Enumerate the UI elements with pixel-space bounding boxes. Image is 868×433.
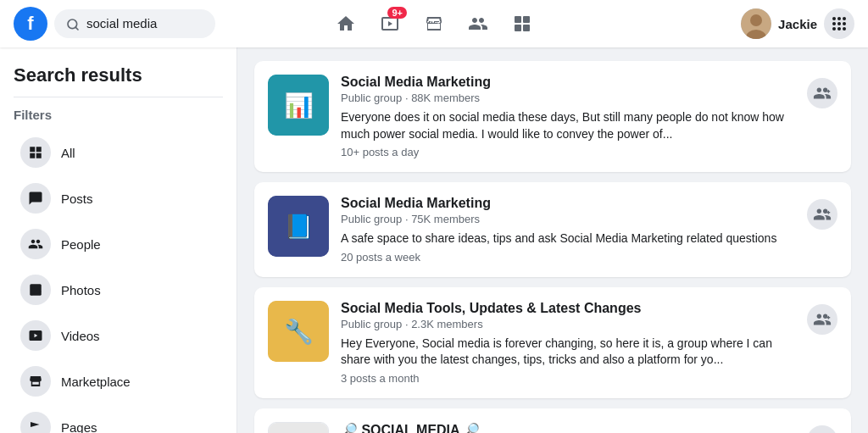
group-meta: Public group · 2.3K members <box>341 318 795 330</box>
filters-label: Filters <box>0 104 236 129</box>
svg-text:📘: 📘 <box>284 213 314 241</box>
svg-line-1 <box>75 27 78 30</box>
group-activity: 3 posts a month <box>341 372 795 385</box>
sidebar-item-people-label: People <box>61 237 101 252</box>
group-info: 🔎 SOCIAL MEDIA 🔎 Public group · 30K memb… <box>341 422 795 433</box>
svg-text:🔧: 🔧 <box>284 318 314 346</box>
posts-icon <box>20 183 51 214</box>
sidebar: Search results Filters All Posts People <box>0 47 237 433</box>
svg-rect-18 <box>30 147 35 152</box>
group-description: Hey Everyone, Social media is forever ch… <box>341 336 795 369</box>
sidebar-item-people[interactable]: People <box>7 222 230 266</box>
svg-point-16 <box>837 27 841 31</box>
content-area: 📊 Social Media Marketing Public group · … <box>237 47 868 433</box>
group-activity: 20 posts a week <box>341 251 795 264</box>
sidebar-item-videos[interactable]: Videos <box>7 314 230 358</box>
marketplace-icon <box>20 366 51 397</box>
people-icon <box>20 229 51 259</box>
search-icon <box>66 16 80 31</box>
svg-point-11 <box>843 17 846 20</box>
group-avatar: 🔧 <box>268 301 329 362</box>
pages-nav-button[interactable] <box>502 3 542 44</box>
nav-left: f <box>14 7 215 41</box>
sidebar-item-all-label: All <box>61 146 75 160</box>
avatar[interactable] <box>741 8 771 39</box>
sidebar-item-marketplace-label: Marketplace <box>61 375 131 389</box>
home-nav-button[interactable] <box>326 3 366 44</box>
group-description: A safe space to share ideas, tips and as… <box>341 230 795 247</box>
marketplace-nav-button[interactable] <box>414 3 454 44</box>
all-icon <box>20 137 51 168</box>
svg-rect-4 <box>515 25 521 31</box>
group-name: Social Media Tools, Updates & Latest Cha… <box>341 301 795 316</box>
user-name: Jackie <box>778 17 817 31</box>
page-title: Search results <box>0 58 236 90</box>
group-description: Everyone does it on social media these d… <box>341 109 795 142</box>
group-join-button[interactable] <box>807 199 837 230</box>
group-info: Social Media Tools, Updates & Latest Cha… <box>341 301 795 385</box>
sidebar-divider <box>14 97 223 97</box>
svg-point-7 <box>750 14 762 26</box>
sidebar-item-posts[interactable]: Posts <box>7 176 230 220</box>
group-join-button[interactable] <box>807 425 837 433</box>
sidebar-item-pages-label: Pages <box>61 420 97 434</box>
video-badge: 9+ <box>387 7 407 19</box>
group-card: SOCIALMEDIA 🔎 SOCIAL MEDIA 🔎 Public grou… <box>254 408 851 433</box>
search-bar[interactable] <box>54 9 215 37</box>
group-meta: Public group · 88K members <box>341 92 795 104</box>
group-info: Social Media Marketing Public group · 88… <box>341 75 795 158</box>
search-input[interactable] <box>86 16 197 31</box>
nav-center: 9+ <box>326 3 542 44</box>
svg-point-10 <box>837 17 841 20</box>
group-activity: 10+ posts a day <box>341 146 795 158</box>
svg-point-17 <box>843 27 846 31</box>
sidebar-item-photos-label: Photos <box>61 283 101 297</box>
top-nav: f 9+ Jackie <box>0 0 868 47</box>
svg-rect-2 <box>515 16 521 23</box>
groups-nav-button[interactable] <box>458 3 498 44</box>
sidebar-item-all[interactable]: All <box>7 130 230 175</box>
photos-icon <box>20 275 51 305</box>
sidebar-item-videos-label: Videos <box>61 329 100 343</box>
group-name: 🔎 SOCIAL MEDIA 🔎 <box>341 422 795 433</box>
flag-icon <box>20 412 51 433</box>
svg-rect-5 <box>523 25 530 31</box>
group-card: 📊 Social Media Marketing Public group · … <box>254 61 851 172</box>
group-avatar: SOCIALMEDIA <box>268 422 329 433</box>
group-join-button[interactable] <box>807 78 837 108</box>
group-info: Social Media Marketing Public group · 75… <box>341 196 795 264</box>
group-name: Social Media Marketing <box>341 196 795 211</box>
svg-point-13 <box>837 22 841 25</box>
facebook-logo[interactable]: f <box>14 7 47 41</box>
svg-rect-20 <box>30 153 35 158</box>
svg-rect-30 <box>269 423 328 433</box>
app-grid-button[interactable] <box>824 8 854 39</box>
svg-point-9 <box>832 17 836 20</box>
svg-text:📊: 📊 <box>284 92 314 119</box>
group-avatar: 📘 <box>268 196 329 257</box>
group-card: 🔧 Social Media Tools, Updates & Latest C… <box>254 287 851 398</box>
video-nav-button[interactable]: 9+ <box>370 3 410 44</box>
sidebar-item-marketplace[interactable]: Marketplace <box>7 359 230 403</box>
svg-rect-3 <box>523 16 530 23</box>
svg-rect-21 <box>36 153 42 158</box>
group-card: 📘 Social Media Marketing Public group · … <box>254 182 851 277</box>
svg-point-23 <box>32 286 34 288</box>
group-name: Social Media Marketing <box>341 75 795 90</box>
svg-point-15 <box>832 27 836 31</box>
sidebar-item-photos[interactable]: Photos <box>7 268 230 312</box>
group-meta: Public group · 75K members <box>341 213 795 225</box>
group-avatar: 📊 <box>268 75 329 136</box>
group-join-button[interactable] <box>807 304 837 335</box>
nav-right: Jackie <box>741 8 854 39</box>
svg-rect-19 <box>36 147 42 152</box>
svg-point-14 <box>843 22 846 25</box>
sidebar-item-posts-label: Posts <box>61 192 93 206</box>
sidebar-item-pages[interactable]: Pages <box>7 405 230 433</box>
video-icon <box>20 320 51 351</box>
main-layout: Search results Filters All Posts People <box>0 47 868 433</box>
svg-point-12 <box>832 22 836 25</box>
